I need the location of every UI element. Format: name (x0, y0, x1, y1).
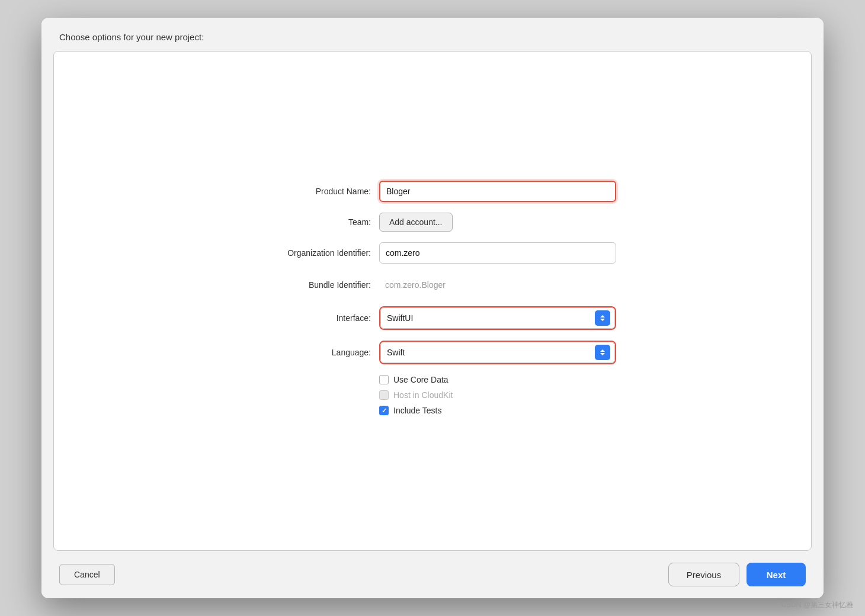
language-select[interactable]: Swift Objective-C (380, 342, 615, 363)
language-select-wrapper: Swift Objective-C (379, 341, 616, 364)
org-identifier-input[interactable] (379, 242, 616, 264)
footer-right: Previous Next (668, 563, 806, 586)
host-in-cloudkit-checkbox[interactable] (379, 390, 389, 400)
interface-select-wrapper: SwiftUI Storyboard (379, 306, 616, 330)
previous-button[interactable]: Previous (668, 563, 739, 586)
product-name-input[interactable] (379, 181, 616, 202)
language-row: Language: Swift Objective-C (249, 341, 616, 364)
interface-label: Interface: (249, 313, 379, 323)
cancel-button[interactable]: Cancel (59, 564, 115, 585)
include-tests-row: Include Tests (249, 406, 616, 415)
org-identifier-control (379, 242, 616, 264)
use-core-data-row: Use Core Data (249, 375, 616, 384)
bundle-identifier-label: Bundle Identifier: (249, 280, 379, 290)
next-button[interactable]: Next (747, 563, 806, 586)
watermark: CSDN @第三女神忆雅 (781, 600, 853, 610)
use-core-data-label: Use Core Data (393, 375, 448, 384)
bundle-identifier-value: com.zero.Bloger (379, 280, 451, 290)
product-name-control (379, 181, 616, 202)
host-in-cloudkit-label: Host in CloudKit (393, 390, 453, 400)
product-name-row: Product Name: (249, 181, 616, 202)
team-row: Team: Add account... (249, 213, 616, 232)
language-label: Language: (249, 348, 379, 357)
team-label: Team: (249, 217, 379, 227)
bundle-identifier-control: com.zero.Bloger (379, 274, 616, 296)
dialog-title: Choose options for your new project: (59, 32, 204, 42)
org-identifier-row: Organization Identifier: (249, 242, 616, 264)
interface-select[interactable]: SwiftUI Storyboard (380, 307, 615, 329)
footer-left: Cancel (59, 564, 668, 585)
dialog-content: Product Name: Team: Add account... Organ… (53, 51, 812, 551)
dialog-header: Choose options for your new project: (41, 18, 824, 51)
use-core-data-checkbox[interactable] (379, 375, 389, 384)
dialog-footer: Cancel Previous Next (41, 551, 824, 598)
include-tests-label: Include Tests (393, 406, 441, 415)
product-name-label: Product Name: (249, 187, 379, 196)
include-tests-checkbox[interactable] (379, 406, 389, 415)
bundle-identifier-row: Bundle Identifier: com.zero.Bloger (249, 274, 616, 296)
language-control: Swift Objective-C (379, 341, 616, 364)
host-in-cloudkit-row: Host in CloudKit (249, 390, 616, 400)
org-identifier-label: Organization Identifier: (249, 248, 379, 258)
form-area: Product Name: Team: Add account... Organ… (249, 181, 616, 421)
interface-control: SwiftUI Storyboard (379, 306, 616, 330)
interface-row: Interface: SwiftUI Storyboard (249, 306, 616, 330)
new-project-dialog: Choose options for your new project: Pro… (41, 18, 824, 598)
add-account-button[interactable]: Add account... (379, 213, 453, 232)
team-control: Add account... (379, 213, 616, 232)
